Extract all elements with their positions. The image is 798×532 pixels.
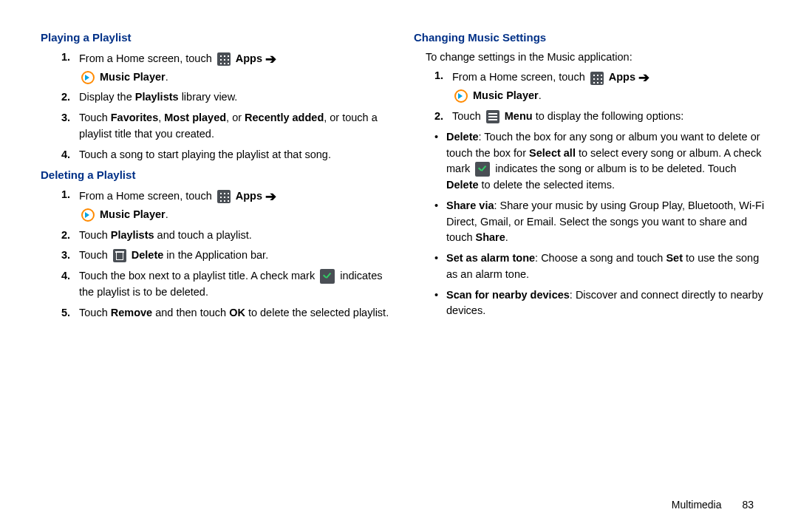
right-column: Changing Music Settings To change settin… bbox=[414, 30, 765, 325]
list-item: 5. Touch Remove and then touch OK to del… bbox=[61, 305, 392, 321]
checkmark-icon bbox=[320, 269, 335, 284]
intro-text: To change settings in the Music applicat… bbox=[426, 50, 765, 66]
left-column: Playing a Playlist 1. From a Home screen… bbox=[41, 30, 392, 325]
bullet-item: • Delete: Touch the box for any song or … bbox=[434, 129, 765, 194]
trash-icon bbox=[113, 249, 126, 262]
bullet-item: • Scan for nearby devices: Discover and … bbox=[434, 287, 765, 320]
list-item: 1. From a Home screen, touch Apps ➔ Musi… bbox=[61, 187, 392, 223]
page-number: 83 bbox=[742, 499, 754, 511]
list-item: 3. Touch Favorites, Most played, or Rece… bbox=[61, 110, 392, 143]
list-item: 4. Touch the box next to a playlist titl… bbox=[61, 268, 392, 301]
heading-settings: Changing Music Settings bbox=[414, 30, 765, 47]
list-item: 4. Touch a song to start playing the pla… bbox=[61, 147, 392, 163]
apps-icon bbox=[217, 190, 231, 203]
apps-icon bbox=[217, 52, 231, 66]
bullet-item: • Share via: Share your music by using G… bbox=[434, 198, 765, 246]
arrow-right-icon: ➔ bbox=[638, 70, 649, 85]
music-player-icon bbox=[454, 89, 468, 103]
bullet-item: • Set as alarm tone: Choose a song and t… bbox=[434, 250, 765, 283]
music-player-icon bbox=[81, 71, 95, 84]
list-item: 1. From a Home screen, touch Apps ➔ Musi… bbox=[61, 50, 392, 86]
section-name: Multimedia bbox=[672, 499, 722, 511]
page-footer: Multimedia 83 bbox=[672, 497, 754, 513]
list-item: 2. Display the Playlists library view. bbox=[61, 89, 392, 106]
menu-icon bbox=[486, 110, 499, 123]
list-item: 1. From a Home screen, touch Apps ➔ Musi… bbox=[434, 68, 765, 104]
apps-icon bbox=[590, 72, 604, 85]
music-player-icon bbox=[81, 208, 95, 222]
arrow-right-icon: ➔ bbox=[265, 189, 276, 204]
list-item: 3. Touch Delete in the Application bar. bbox=[61, 248, 392, 264]
heading-deleting: Deleting a Playlist bbox=[41, 167, 392, 184]
arrow-right-icon: ➔ bbox=[265, 52, 276, 66]
heading-playing: Playing a Playlist bbox=[41, 30, 392, 47]
checkmark-icon bbox=[475, 162, 490, 177]
list-item: 2. Touch Menu to display the following o… bbox=[434, 109, 765, 125]
list-item: 2. Touch Playlists and touch a playlist. bbox=[61, 228, 392, 244]
